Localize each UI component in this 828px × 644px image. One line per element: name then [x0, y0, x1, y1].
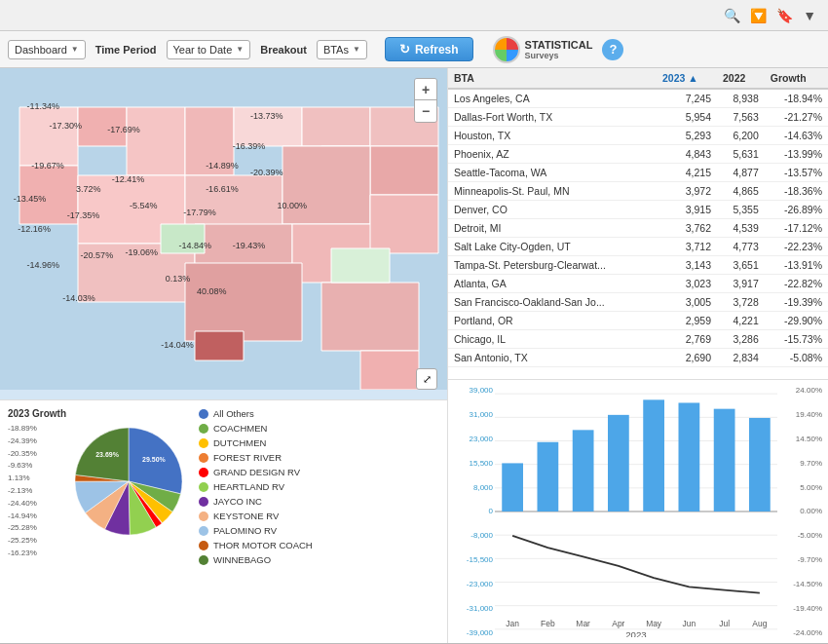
cell-2023: 3,023 [657, 275, 717, 293]
legend-dot [199, 526, 208, 536]
map-label: -12.16% [18, 224, 51, 234]
map-label: -20.57% [81, 250, 114, 260]
pie-title: 2023 Growth [8, 408, 187, 419]
legend-dot [199, 438, 208, 448]
legend-section: All Others COACHMEN DUTCHMEN FOREST RIVE… [195, 400, 447, 643]
legend-label: PALOMINO RV [213, 525, 277, 536]
funnel-icon[interactable]: ▼ [803, 8, 816, 23]
legend-dot [199, 541, 208, 550]
table-row[interactable]: Denver, CO 3,915 5,355 -26.89% [448, 201, 828, 219]
map-label: -14.04% [161, 340, 194, 350]
cell-bta: Houston, TX [448, 127, 657, 145]
zoom-out-button[interactable]: − [415, 100, 436, 122]
map-label: -19.67% [31, 161, 64, 170]
legend-label: THOR MOTOR COACH [213, 540, 313, 550]
search-icon[interactable]: 🔍 [724, 8, 740, 23]
bar-segment [573, 430, 594, 511]
legend-dot [199, 482, 208, 492]
table-row[interactable]: San Antonio, TX 2,690 2,834 -5.08% [448, 349, 828, 367]
legend-dot [199, 468, 208, 477]
legend-label: GRAND DESIGN RV [213, 467, 300, 477]
bta-table: BTA 2023 ▲ 2022 Growth Los Angeles, CA 7… [448, 68, 828, 367]
month-label: Jul [719, 619, 730, 628]
cell-growth: -22.23% [765, 238, 828, 256]
legend-label: HEARTLAND RV [213, 481, 284, 492]
map-zoom-controls: + − [414, 78, 437, 123]
expand-map-button[interactable]: ⤢ [416, 368, 437, 390]
table-row[interactable]: Portland, OR 2,959 4,221 -29.90% [448, 312, 828, 330]
pie-growth-value: -2.13% [8, 485, 70, 498]
map-label: -17.69% [107, 125, 140, 134]
cell-2023: 3,005 [657, 293, 717, 312]
cell-2022: 6,200 [717, 127, 765, 145]
col-2022[interactable]: 2022 [717, 68, 765, 89]
cell-growth: -22.82% [765, 275, 828, 293]
cell-2023: 4,843 [657, 145, 717, 164]
table-row[interactable]: Seattle-Tacoma, WA 4,215 4,877 -13.57% [448, 164, 828, 182]
table-row[interactable]: Dallas-Fort Worth, TX 5,954 7,563 -21.27… [448, 108, 828, 127]
cell-growth: -18.36% [765, 182, 828, 201]
table-row[interactable]: Tampa-St. Petersburg-Clearwat... 3,143 3… [448, 256, 828, 275]
cell-bta: San Antonio, TX [448, 349, 657, 367]
month-label: Jun [683, 619, 696, 628]
table-row[interactable]: Salt Lake City-Ogden, UT 3,712 4,773 -22… [448, 238, 828, 256]
col-growth[interactable]: Growth [765, 68, 828, 89]
pie-growth-values: -18.89%-24.39%-20.35%-9.63%1.13%-2.13%-2… [8, 423, 70, 560]
col-2023[interactable]: 2023 ▲ [657, 68, 717, 89]
refresh-button[interactable]: ↻ Refresh [385, 37, 473, 61]
pie-growth-value: -25.28% [8, 522, 70, 535]
bar-segment [502, 463, 523, 511]
cell-bta: Detroit, MI [448, 219, 657, 238]
zoom-in-button[interactable]: + [415, 79, 436, 100]
cell-bta: Denver, CO [448, 201, 657, 219]
cell-bta: San Francisco-Oakland-San Jo... [448, 293, 657, 312]
table-body: Los Angeles, CA 7,245 8,938 -18.94% Dall… [448, 89, 828, 367]
cell-growth: -21.27% [765, 108, 828, 127]
time-period-dropdown[interactable]: Year to Date [167, 40, 251, 59]
y-axis-right-label: 19.40% [781, 410, 822, 419]
cell-bta: Dallas-Fort Worth, TX [448, 108, 657, 127]
bar-segment [538, 442, 559, 511]
pie-growth-value: -24.39% [8, 436, 70, 448]
cell-bta: Seattle-Tacoma, WA [448, 164, 657, 182]
cell-2023: 3,972 [657, 182, 717, 201]
legend-item: WINNEBAGO [199, 554, 443, 565]
y-axis-left-label: -31,000 [454, 604, 493, 613]
cell-2022: 4,877 [717, 164, 765, 182]
table-row[interactable]: San Francisco-Oakland-San Jo... 3,005 3,… [448, 293, 828, 312]
help-button[interactable]: ? [602, 39, 623, 60]
table-row[interactable]: Detroit, MI 3,762 4,539 -17.12% [448, 219, 828, 238]
bta-table-container[interactable]: BTA 2023 ▲ 2022 Growth Los Angeles, CA 7… [448, 68, 828, 380]
dashboard-dropdown[interactable]: Dashboard [8, 40, 86, 59]
breakout-dropdown[interactable]: BTAs [317, 40, 367, 59]
cell-2022: 2,834 [717, 349, 765, 367]
filter-icon[interactable]: 🔽 [750, 8, 767, 23]
y-axis-right-label: -14.50% [781, 580, 822, 588]
legend-dot [199, 409, 208, 419]
y-axis-right-label: -19.40% [781, 604, 822, 613]
map-label: -17.30% [49, 121, 82, 131]
table-row[interactable]: Chicago, IL 2,769 3,286 -15.73% [448, 330, 828, 349]
legend-dot [199, 497, 208, 507]
pie-growth-value: -24.40% [8, 498, 70, 511]
header-row: Dashboard Time Period Year to Date Break… [0, 31, 828, 68]
legend-label: WINNEBAGO [213, 554, 271, 565]
pie-chart[interactable]: 29.50%23.69% [70, 423, 187, 540]
cell-bta: Los Angeles, CA [448, 89, 657, 108]
table-row[interactable]: Houston, TX 5,293 6,200 -14.63% [448, 127, 828, 145]
table-row[interactable]: Minneapolis-St. Paul, MN 3,972 4,865 -18… [448, 182, 828, 201]
table-row[interactable]: Atlanta, GA 3,023 3,917 -22.82% [448, 275, 828, 293]
chart-area: 39,00031,00023,00015,5008,0000-8,000-15,… [448, 380, 828, 643]
pie-growth-value: 1.13% [8, 473, 70, 485]
table-header-row: BTA 2023 ▲ 2022 Growth [448, 68, 828, 89]
table-row[interactable]: Phoenix, AZ 4,843 5,631 -13.99% [448, 145, 828, 164]
map-label: -16.61% [206, 184, 239, 194]
map-label: -17.35% [67, 210, 100, 220]
map-label: -20.39% [250, 168, 283, 177]
y-axis-right: 24.00%19.40%14.50%9.70%5.00%0.00%-5.00%-… [777, 386, 822, 637]
table-row[interactable]: Los Angeles, CA 7,245 8,938 -18.94% [448, 89, 828, 108]
map-container[interactable]: -11.34%-17.30%-17.69%-13.73%-19.67%3.72%… [0, 68, 447, 399]
map-label: -14.03% [62, 293, 95, 303]
bookmark-icon[interactable]: 🔖 [776, 8, 793, 23]
col-bta[interactable]: BTA [448, 68, 657, 89]
